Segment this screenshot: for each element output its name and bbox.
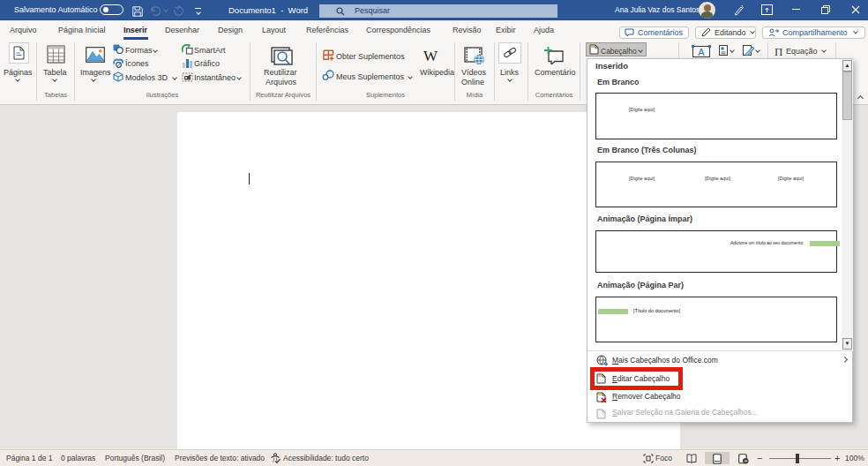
svg-text:A: A — [698, 47, 705, 57]
